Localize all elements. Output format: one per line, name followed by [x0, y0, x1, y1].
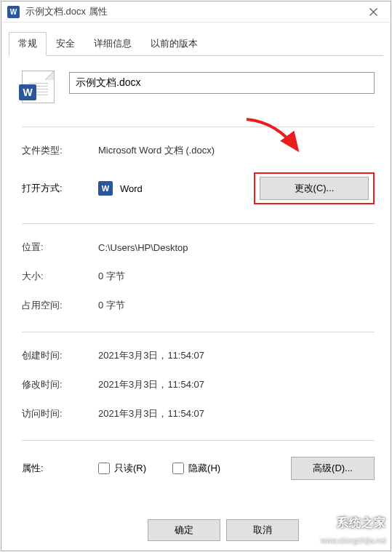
hidden-checkbox-wrapper[interactable]: 隐藏(H) — [172, 462, 220, 475]
readonly-label: 只读(R) — [114, 462, 146, 475]
change-button[interactable]: 更改(C)... — [260, 177, 369, 200]
divider — [22, 223, 375, 224]
hidden-label: 隐藏(H) — [188, 462, 220, 475]
tab-security[interactable]: 安全 — [47, 32, 84, 56]
word-icon — [7, 6, 20, 18]
dialog-footer: 确定 取消 应用(A) — [1, 509, 391, 552]
modified-value: 2021年3月3日，11:54:07 — [98, 378, 375, 391]
highlight-box: 更改(C)... — [254, 172, 375, 204]
divider — [22, 127, 375, 127]
tab-strip: 常规 安全 详细信息 以前的版本 — [9, 31, 383, 56]
filename-input[interactable] — [69, 72, 375, 94]
file-type-icon: W — [22, 71, 55, 103]
readonly-checkbox-wrapper[interactable]: 只读(R) — [98, 462, 146, 475]
open-with-label: 打开方式: — [22, 182, 98, 195]
accessed-value: 2021年3月3日，11:54:07 — [98, 407, 375, 420]
size-label: 大小: — [22, 270, 98, 283]
divider — [22, 440, 375, 441]
advanced-button[interactable]: 高级(D)... — [291, 457, 375, 480]
size-value: 0 字节 — [98, 270, 375, 283]
tab-content: W 文件类型: Microsoft Word 文档 (.docx) 打开方式: … — [1, 56, 391, 509]
created-value: 2021年3月3日，11:54:07 — [98, 349, 375, 362]
properties-dialog: 示例文档.docx 属性 常规 安全 详细信息 以前的版本 W 文件类型: Mi… — [1, 1, 391, 551]
window-title: 示例文档.docx 属性 — [25, 5, 357, 18]
tab-general[interactable]: 常规 — [9, 32, 47, 56]
size-on-disk-value: 0 字节 — [98, 299, 375, 312]
size-on-disk-label: 占用空间: — [22, 299, 98, 312]
close-icon — [369, 8, 377, 16]
tab-details[interactable]: 详细信息 — [84, 32, 141, 56]
cancel-button[interactable]: 取消 — [226, 519, 299, 541]
titlebar[interactable]: 示例文档.docx 属性 — [1, 1, 391, 23]
readonly-checkbox[interactable] — [98, 463, 110, 474]
attributes-label: 属性: — [22, 462, 98, 475]
modified-label: 修改时间: — [22, 378, 98, 391]
ok-button[interactable]: 确定 — [148, 519, 220, 541]
location-label: 位置: — [22, 241, 98, 254]
file-type-value: Microsoft Word 文档 (.docx) — [98, 144, 375, 157]
close-button[interactable] — [357, 1, 389, 22]
location-value: C:\Users\HP\Desktop — [98, 242, 375, 253]
created-label: 创建时间: — [22, 349, 98, 362]
accessed-label: 访问时间: — [22, 407, 98, 420]
divider — [22, 332, 375, 332]
file-type-label: 文件类型: — [22, 144, 98, 157]
hidden-checkbox[interactable] — [172, 463, 184, 474]
word-app-icon — [98, 181, 113, 196]
open-with-app: Word — [120, 183, 254, 194]
tab-previous-versions[interactable]: 以前的版本 — [141, 32, 207, 56]
